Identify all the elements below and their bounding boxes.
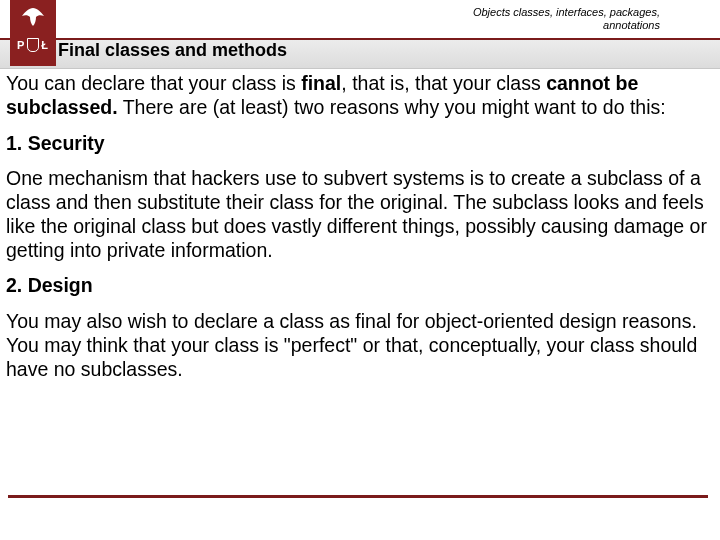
breadcrumb-line2: annotations [473,19,660,32]
intro-text-pre: You can declare that your class is [6,72,301,94]
logo-letter-left: P [17,39,25,51]
heading-design-text: 2. Design [6,274,93,296]
shield-icon [27,38,39,52]
heading-security: 1. Security [6,132,714,156]
paragraph-design: You may also wish to declare a class as … [6,310,714,381]
page-title: Final classes and methods [58,40,287,61]
heading-design: 2. Design [6,274,714,298]
breadcrumb: Objects classes, interfaces, packages, a… [473,6,660,31]
footer-rule [8,495,708,498]
paragraph-security: One mechanism that hackers use to subver… [6,167,714,262]
eagle-icon [19,6,47,28]
slide: Objects classes, interfaces, packages, a… [0,0,720,540]
intro-text-post: There are (at least) two reasons why you… [118,96,666,118]
logo-letters: P Ł [10,38,56,52]
content-area: You can declare that your class is final… [6,72,714,394]
logo-letter-right: Ł [41,39,49,51]
breadcrumb-line1: Objects classes, interfaces, packages, [473,6,660,19]
intro-paragraph: You can declare that your class is final… [6,72,714,120]
university-logo: P Ł [10,0,56,66]
heading-security-text: 1. Security [6,132,105,154]
intro-text-mid: , that is, that your class [341,72,546,94]
intro-bold-final: final [301,72,341,94]
